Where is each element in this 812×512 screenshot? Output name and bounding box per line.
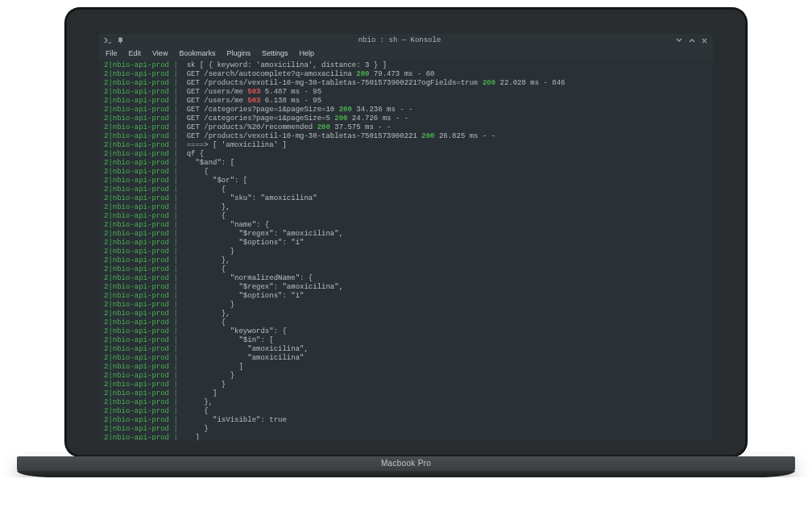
pin-icon[interactable] [117,37,124,44]
terminal-line: 2|nbio-api-prod | qf { [104,150,708,159]
menu-edit[interactable]: Edit [129,49,142,58]
terminal-line: 2|nbio-api-prod | { [104,265,708,274]
terminal-line: 2|nbio-api-prod | } [104,425,708,434]
terminal-line: 2|nbio-api-prod | "$and": [ [104,159,708,168]
menu-settings[interactable]: Settings [262,49,288,58]
terminal-line: 2|nbio-api-prod | GET /categories?page=1… [104,106,708,114]
laptop-foot [17,471,795,477]
terminal-line: 2|nbio-api-prod | GET /users/me 503 6.13… [104,97,708,106]
screen-bezel: nbio : sh — Konsole File Edit View [65,8,747,456]
terminal-output[interactable]: 2|nbio-api-prod | sk [ { keyword: 'amoxi… [99,60,713,440]
terminal-line: 2|nbio-api-prod | { [104,212,708,221]
menu-help[interactable]: Help [299,49,314,58]
minimize-icon[interactable] [675,36,683,44]
menu-plugins[interactable]: Plugins [226,49,251,58]
terminal-line: 2|nbio-api-prod | "$or": [ [104,177,708,185]
terminal-line: 2|nbio-api-prod | } [104,248,708,256]
terminal-line: 2|nbio-api-prod | ] [104,434,708,440]
terminal-line: 2|nbio-api-prod | GET /products/%20/reco… [104,123,708,132]
menu-bar: File Edit View Bookmarks Plugins Setting… [99,47,713,60]
laptop-label: Macbook Pro [17,456,795,471]
menu-bookmarks[interactable]: Bookmarks [179,49,215,58]
terminal-line: 2|nbio-api-prod | }, [104,256,708,265]
terminal-line: 2|nbio-api-prod | "$options": "i" [104,292,708,301]
terminal-line: 2|nbio-api-prod | } [104,301,708,310]
terminal-line: 2|nbio-api-prod | ====> [ 'amoxicilina' … [104,141,708,150]
menu-view[interactable]: View [152,49,168,58]
terminal-window: nbio : sh — Konsole File Edit View [99,34,713,440]
maximize-icon[interactable] [688,36,696,44]
terminal-line: 2|nbio-api-prod | sk [ { keyword: 'amoxi… [104,61,708,70]
terminal-line: 2|nbio-api-prod | "keywords": { [104,327,708,336]
terminal-line: 2|nbio-api-prod | "$in": [ [104,336,708,345]
terminal-line: 2|nbio-api-prod | GET /search/autocomple… [104,70,708,79]
terminal-line: 2|nbio-api-prod | "isVisible": true [104,416,708,425]
terminal-line: 2|nbio-api-prod | "name": { [104,221,708,230]
terminal-line: 2|nbio-api-prod | "sku": "amoxicilina" [104,194,708,203]
terminal-line: 2|nbio-api-prod | "normalizedName": { [104,274,708,283]
terminal-line: 2|nbio-api-prod | { [104,168,708,177]
window-title: nbio : sh — Konsole [124,36,675,45]
terminal-line: 2|nbio-api-prod | } [104,381,708,389]
terminal-line: 2|nbio-api-prod | "amoxicilina" [104,354,708,363]
terminal-line: 2|nbio-api-prod | { [104,407,708,416]
laptop-mockup: nbio : sh — Konsole File Edit View [65,8,747,477]
terminal-line: 2|nbio-api-prod | }, [104,203,708,212]
terminal-line: 2|nbio-api-prod | GET /products/vexotil-… [104,79,708,88]
terminal-line: 2|nbio-api-prod | "amoxicilina", [104,345,708,354]
terminal-line: 2|nbio-api-prod | }, [104,310,708,318]
terminal-line: 2|nbio-api-prod | ] [104,389,708,398]
menu-file[interactable]: File [106,49,118,58]
laptop-base: Macbook Pro [65,456,747,477]
close-icon[interactable] [701,37,708,44]
terminal-prompt-icon [104,36,112,44]
window-titlebar: nbio : sh — Konsole [99,34,713,47]
terminal-line: 2|nbio-api-prod | } [104,372,708,381]
terminal-line: 2|nbio-api-prod | { [104,318,708,327]
terminal-line: 2|nbio-api-prod | GET /products/vexotil-… [104,132,708,141]
terminal-line: 2|nbio-api-prod | ] [104,363,708,372]
terminal-line: 2|nbio-api-prod | { [104,185,708,194]
terminal-line: 2|nbio-api-prod | }, [104,398,708,407]
terminal-line: 2|nbio-api-prod | "$options": "i" [104,239,708,248]
terminal-line: 2|nbio-api-prod | GET /users/me 503 5.48… [104,88,708,97]
terminal-line: 2|nbio-api-prod | "$regex": "amoxicilina… [104,230,708,239]
terminal-line: 2|nbio-api-prod | "$regex": "amoxicilina… [104,283,708,292]
terminal-line: 2|nbio-api-prod | GET /categories?page=1… [104,114,708,123]
